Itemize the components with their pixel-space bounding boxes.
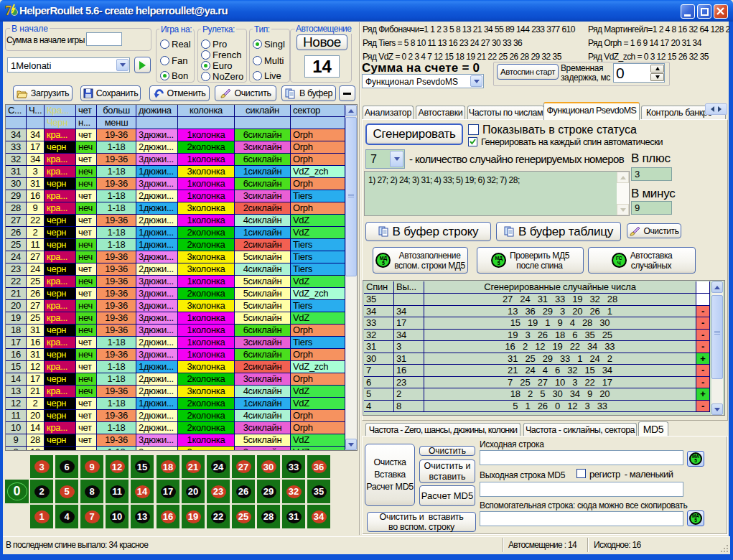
- svg-text:7: 7: [5, 4, 11, 18]
